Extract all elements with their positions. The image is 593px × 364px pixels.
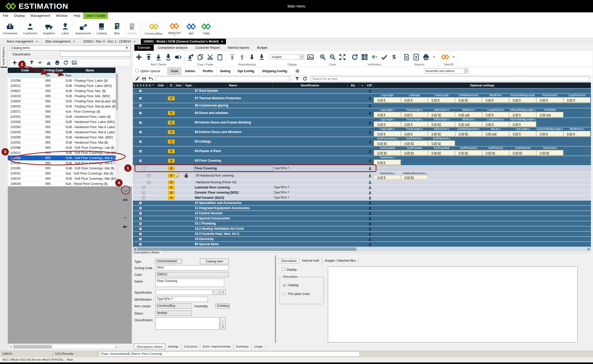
language-select[interactable]: English▾ bbox=[271, 54, 304, 60]
tab-estimate[interactable]: Estimate bbox=[134, 45, 154, 51]
catalog-row[interactable]: 10206509SSUB - Soft Floor Coverings, Mat… bbox=[8, 166, 116, 171]
cp-anchor-icon[interactable] bbox=[368, 174, 372, 178]
bid-button[interactable]: BID bbox=[184, 19, 199, 38]
radio-this-place[interactable]: This place (row) bbox=[283, 292, 310, 296]
tab-compilation-analysis[interactable]: Compilation analysis bbox=[155, 45, 191, 51]
optional-setting-value[interactable]: 0,00 ft2 bbox=[374, 150, 401, 155]
tab-settings[interactable]: Settings bbox=[165, 344, 182, 349]
filter-icon[interactable] bbox=[295, 76, 299, 81]
status-field[interactable]: Verified bbox=[155, 311, 192, 316]
grid-item-row[interactable]: −0Floor CoveringType?|Fin.? bbox=[133, 165, 591, 171]
grid-index-column[interactable]: 6 bbox=[148, 82, 151, 88]
move-down-icon[interactable] bbox=[248, 54, 255, 61]
menu-item-file[interactable]: File bbox=[0, 12, 11, 19]
display-image-icon[interactable] bbox=[307, 54, 314, 61]
bids-button[interactable]: Bids bbox=[110, 19, 125, 38]
grid-category-row[interactable]: +13 Special Construction bbox=[133, 216, 591, 221]
grid-column-header[interactable]: Alt. bbox=[347, 82, 359, 88]
o-count-badge[interactable]: 0 bbox=[168, 196, 175, 200]
optional-setting-value[interactable]: 0,00 unit bbox=[482, 131, 509, 136]
companies-button[interactable]: Companies bbox=[0, 19, 20, 38]
optional-setting-value[interactable]: 0,00 ft2 bbox=[374, 140, 401, 146]
tab-profits[interactable]: Profits bbox=[199, 67, 216, 75]
tab-cost-price[interactable]: Cost price bbox=[181, 344, 200, 349]
tab-opt-config-[interactable]: Opt.Config. bbox=[234, 67, 258, 75]
specification-browse-button[interactable]: ... bbox=[214, 290, 219, 295]
catalog-row[interactable]: 10360109SSUB - Floating Floor, Mat. ($) bbox=[8, 88, 116, 94]
optional-setting-value[interactable]: 0,00 ft bbox=[482, 97, 509, 103]
expand-icon[interactable]: + bbox=[139, 233, 142, 235]
classification-detail-field[interactable] bbox=[155, 317, 219, 330]
zoom-in-icon[interactable] bbox=[319, 54, 326, 61]
image-icon[interactable] bbox=[72, 60, 77, 65]
catalog-row[interactable]: 10301209SSUB - Soft Floor Coverings, Lab… bbox=[8, 150, 116, 155]
grid-category-row[interactable]: +009 Floor CoveringFloorPerim-s0,00 ft bbox=[133, 156, 591, 165]
grid-index-column[interactable]: 4 bbox=[142, 82, 145, 88]
tab-images-attached-files[interactable]: Images / Attached files bbox=[322, 258, 359, 263]
expand-icon[interactable]: + bbox=[139, 97, 142, 100]
cost-icon[interactable]: $ bbox=[391, 54, 397, 61]
constructbuy-button[interactable]: ConstructBuy bbox=[142, 19, 165, 38]
recalculate-icon[interactable] bbox=[351, 54, 358, 61]
add-icon[interactable] bbox=[12, 60, 17, 65]
catalog-row[interactable]: 10205909SSUB - Floating Floor, Labor ($) bbox=[8, 78, 116, 83]
grid-column-header[interactable]: Incl. bbox=[175, 82, 183, 88]
window-tab[interactable]: Bids management✕ bbox=[43, 39, 78, 44]
optional-setting-value[interactable]: 0,00 ft2 bbox=[428, 131, 455, 136]
optional-setting-value[interactable]: 0,00 ft bbox=[536, 131, 563, 136]
catalog-row[interactable]: 10300609SSUB - Hardwood Floor, Mat. ($/f… bbox=[8, 135, 116, 140]
tab-internal-note[interactable]: Internal note bbox=[299, 258, 322, 263]
optional-setting-value[interactable]: 0,00 ft bbox=[509, 112, 536, 117]
o-count-badge[interactable]: 0 bbox=[168, 111, 175, 115]
catalog-row[interactable]: 10301009SSUB - Soft Floor Coverings, Mat… bbox=[8, 176, 116, 181]
optional-setting-value[interactable]: 0,00 ft2 bbox=[428, 140, 455, 146]
tab-shipping-config-[interactable]: Shipping.Config. bbox=[258, 67, 291, 75]
catalog-row[interactable]: 10263609SSUB - Hardwood Floor, Labor ($/… bbox=[8, 119, 116, 125]
cut-icon[interactable] bbox=[207, 54, 214, 61]
pin-icon[interactable] bbox=[125, 46, 129, 50]
takeoff-logo-icon[interactable] bbox=[441, 53, 449, 61]
cp-anchor-icon[interactable] bbox=[368, 191, 372, 195]
grid-category-row[interactable]: +99 Special items bbox=[133, 242, 591, 247]
cp-anchor-icon[interactable] bbox=[368, 111, 372, 115]
o-count-badge[interactable]: 0 bbox=[168, 159, 175, 163]
delete-row-icon[interactable] bbox=[155, 54, 162, 61]
tab-summary[interactable]: Summary bbox=[233, 344, 251, 349]
scroll-left-icon[interactable]: ❮ bbox=[9, 345, 13, 349]
catalog-horizontal-scrollbar[interactable]: ❮❯ bbox=[9, 345, 118, 349]
grid-item-row[interactable]: +0009 Hardwood floor coveringFloorPerim-… bbox=[133, 171, 591, 180]
paste-icon[interactable] bbox=[216, 54, 223, 61]
scroll-left-icon[interactable]: ◀ bbox=[133, 247, 137, 251]
grid-index-column[interactable]: 2 bbox=[136, 82, 139, 88]
grid-index-column[interactable]: 1 bbox=[133, 82, 136, 88]
expand-icon[interactable]: + bbox=[148, 174, 150, 177]
optional-setting-value[interactable]: 0,00 ft bbox=[374, 97, 401, 103]
o-count-badge[interactable]: 0 bbox=[168, 167, 175, 170]
o-count-badge[interactable]: 0 bbox=[168, 96, 175, 100]
cp-anchor-icon[interactable] bbox=[368, 89, 372, 93]
expand-icon[interactable]: + bbox=[139, 121, 142, 124]
optional-setting-value[interactable]: 0,00 ft bbox=[536, 97, 563, 103]
grid-category-row[interactable]: +07 Roof System bbox=[133, 88, 591, 93]
expand-icon[interactable]: + bbox=[139, 222, 142, 225]
catalog-vertical-scrollbar[interactable] bbox=[116, 73, 118, 186]
expand-icon[interactable]: + bbox=[142, 186, 145, 189]
filter-sorting-code-cell[interactable]: 09s bbox=[43, 74, 64, 77]
optional-setting-value[interactable]: 0,00 unit bbox=[455, 112, 482, 117]
print-icon[interactable] bbox=[55, 60, 60, 65]
catalog-row[interactable]: 10205209SSUB - Hardwood Floor, Labor ($) bbox=[8, 114, 116, 119]
grid-item-row[interactable]: +0Ceramic Floor covering ($/ft2)Type?|Fi… bbox=[133, 190, 591, 195]
o-count-badge[interactable]: 0 bbox=[168, 130, 175, 134]
cp-anchor-icon[interactable] bbox=[368, 186, 372, 190]
expand-icon[interactable]: + bbox=[139, 112, 142, 114]
optional-setting-value[interactable]: 0,00 ft2 bbox=[401, 150, 428, 155]
zoom-fit-icon[interactable] bbox=[339, 54, 346, 61]
move-top-icon[interactable] bbox=[229, 54, 236, 61]
o-count-badge[interactable]: 0 bbox=[168, 149, 175, 153]
classification-input[interactable] bbox=[60, 52, 131, 57]
takeoff-button[interactable]: TAKEOFF▾ bbox=[165, 19, 184, 38]
close-icon[interactable]: ✕ bbox=[133, 40, 136, 43]
tab-budget[interactable]: Budget bbox=[254, 45, 271, 51]
equipments-button[interactable]: Equipments bbox=[73, 19, 94, 38]
add-item-icon[interactable] bbox=[21, 60, 26, 65]
